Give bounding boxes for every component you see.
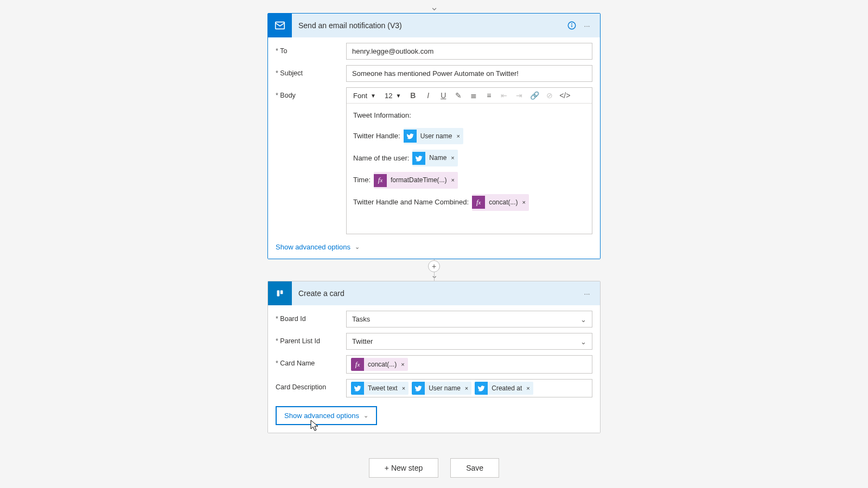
save-button[interactable]: Save bbox=[450, 458, 499, 478]
svg-rect-5 bbox=[277, 291, 280, 297]
token-remove-icon[interactable]: × bbox=[450, 175, 458, 186]
info-icon[interactable] bbox=[564, 18, 579, 33]
more-icon[interactable]: ··· bbox=[579, 286, 595, 301]
body-text: Time: bbox=[353, 174, 371, 187]
field-label-card-description: Card Description bbox=[276, 379, 346, 391]
body-text: Tweet Information: bbox=[353, 109, 411, 123]
token-remove-icon[interactable]: × bbox=[401, 385, 409, 391]
chevron-down-icon: ⌄ bbox=[355, 243, 360, 251]
token-user-name[interactable]: User name × bbox=[412, 382, 471, 395]
rich-text-editor: Font ▼ 12 ▼ B I U ✎ ≣ ≡ ⇤ ⇥ 🔗 ⊘ bbox=[346, 87, 592, 234]
flow-arrow-in: ⌄ bbox=[430, 1, 438, 13]
token-remove-icon[interactable]: × bbox=[525, 385, 533, 391]
body-editor[interactable]: Tweet Information: Twitter Handle: User … bbox=[347, 104, 592, 234]
footer-actions: + New step Save bbox=[369, 458, 499, 478]
indent-icon[interactable]: ⇥ bbox=[514, 90, 525, 101]
body-text: Twitter Handle: bbox=[353, 130, 400, 143]
field-label-subject: Subject bbox=[276, 65, 346, 77]
token-name[interactable]: Name × bbox=[412, 150, 457, 166]
field-label-parent-list: Parent List Id bbox=[276, 333, 346, 345]
unlink-icon[interactable]: ⊘ bbox=[544, 90, 555, 101]
token-remove-icon[interactable]: × bbox=[464, 385, 471, 391]
codeview-icon[interactable]: </> bbox=[559, 90, 570, 101]
twitter-icon bbox=[475, 382, 488, 395]
twitter-icon bbox=[412, 382, 425, 395]
bullet-list-icon[interactable]: ≣ bbox=[468, 90, 479, 101]
chevron-down-icon: ⌄ bbox=[580, 337, 586, 345]
token-created-at[interactable]: Created at × bbox=[475, 382, 533, 395]
chevron-down-icon: ⌄ bbox=[580, 315, 586, 323]
subject-input[interactable] bbox=[346, 65, 592, 82]
fx-icon: fx bbox=[374, 174, 387, 187]
parent-list-select[interactable]: Twitter ⌄ bbox=[346, 333, 592, 350]
field-label-board: Board Id bbox=[276, 311, 346, 323]
body-text: Twitter Handle and Name Combined: bbox=[353, 196, 469, 209]
token-tweet-text[interactable]: Tweet text × bbox=[351, 382, 409, 395]
mail-icon bbox=[268, 14, 292, 37]
token-concat[interactable]: fx concat(...) × bbox=[351, 358, 408, 371]
fx-icon: fx bbox=[472, 196, 485, 209]
field-label-body: Body bbox=[276, 87, 346, 99]
italic-icon[interactable]: I bbox=[423, 90, 433, 101]
token-formatdatetime[interactable]: fx formatDateTime(...) × bbox=[374, 172, 458, 189]
number-list-icon[interactable]: ≡ bbox=[483, 90, 494, 101]
size-select[interactable]: 12 ▼ bbox=[382, 91, 403, 101]
twitter-icon bbox=[351, 382, 364, 395]
card-title: Create a card bbox=[298, 289, 579, 298]
more-icon[interactable]: ··· bbox=[579, 18, 595, 33]
underline-icon[interactable]: U bbox=[438, 90, 449, 101]
link-icon[interactable]: 🔗 bbox=[529, 90, 540, 101]
token-remove-icon[interactable]: × bbox=[450, 152, 457, 164]
add-action-button[interactable]: + bbox=[428, 260, 440, 272]
token-user-name[interactable]: User name × bbox=[404, 128, 463, 145]
svg-rect-6 bbox=[280, 291, 283, 294]
twitter-icon bbox=[404, 130, 417, 143]
twitter-icon bbox=[412, 152, 425, 165]
new-step-button[interactable]: + New step bbox=[369, 458, 438, 478]
trello-icon bbox=[268, 281, 292, 305]
outdent-icon[interactable]: ⇤ bbox=[499, 90, 509, 101]
to-input[interactable] bbox=[346, 43, 592, 60]
board-select[interactable]: Tasks ⌄ bbox=[346, 311, 592, 328]
card-header[interactable]: Send an email notification (V3) ··· bbox=[268, 14, 600, 37]
svg-point-3 bbox=[572, 24, 572, 24]
token-remove-icon[interactable]: × bbox=[521, 197, 529, 208]
fx-icon: fx bbox=[351, 358, 364, 371]
card-title: Send an email notification (V3) bbox=[298, 21, 564, 30]
token-remove-icon[interactable]: × bbox=[400, 361, 407, 368]
chevron-down-icon: ⌄ bbox=[363, 412, 368, 419]
body-text: Name of the user: bbox=[353, 152, 409, 165]
show-advanced-options-link[interactable]: Show advanced options ⌄ bbox=[276, 243, 360, 251]
token-concat[interactable]: fx concat(...) × bbox=[472, 194, 529, 211]
card-description-input[interactable]: Tweet text × User name × Created at × bbox=[346, 379, 592, 397]
add-step-connector: + ⌄ bbox=[428, 259, 440, 281]
token-remove-icon[interactable]: × bbox=[455, 131, 463, 142]
bold-icon[interactable]: B bbox=[407, 90, 418, 101]
show-advanced-options-link[interactable]: Show advanced options ⌄ bbox=[276, 406, 377, 425]
color-icon[interactable]: ✎ bbox=[453, 90, 464, 101]
action-card-create-card: Create a card ··· Board Id Tasks ⌄ Paren… bbox=[267, 281, 601, 433]
font-select[interactable]: Font ▼ bbox=[351, 91, 378, 101]
field-label-card-name: Card Name bbox=[276, 355, 346, 367]
action-card-send-email: Send an email notification (V3) ··· To bbox=[267, 13, 601, 259]
card-header[interactable]: Create a card ··· bbox=[268, 281, 600, 305]
field-label-to: To bbox=[276, 43, 346, 55]
card-name-input[interactable]: fx concat(...) × bbox=[346, 355, 592, 374]
